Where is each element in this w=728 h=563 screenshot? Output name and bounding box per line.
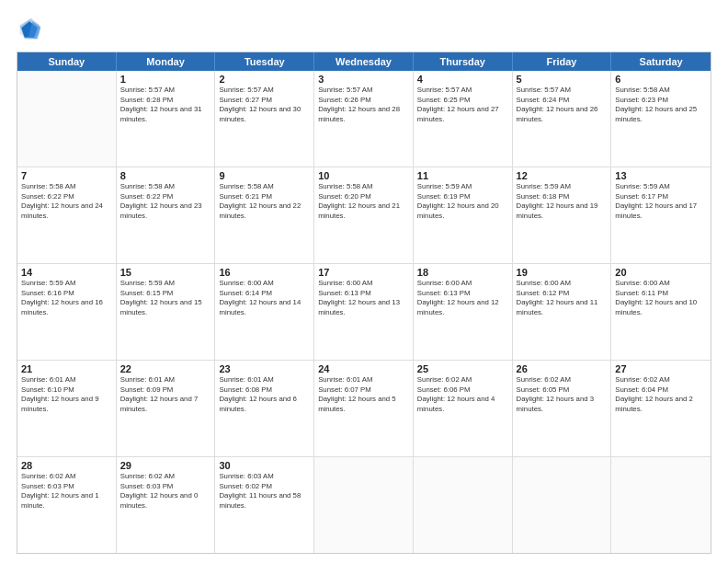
day-number: 30 — [219, 460, 310, 471]
day-info: Sunrise: 5:59 AM Sunset: 6:18 PM Dayligh… — [517, 182, 608, 221]
day-number: 8 — [120, 170, 211, 181]
calendar-cell: 11Sunrise: 5:59 AM Sunset: 6:19 PM Dayli… — [414, 167, 513, 263]
day-info: Sunrise: 5:58 AM Sunset: 6:22 PM Dayligh… — [120, 182, 211, 221]
day-info: Sunrise: 6:02 AM Sunset: 6:03 PM Dayligh… — [21, 472, 112, 511]
calendar-week-1: 1Sunrise: 5:57 AM Sunset: 6:28 PM Daylig… — [17, 71, 711, 167]
day-info: Sunrise: 6:00 AM Sunset: 6:11 PM Dayligh… — [615, 279, 707, 317]
calendar-cell: 12Sunrise: 5:59 AM Sunset: 6:18 PM Dayli… — [513, 167, 612, 263]
day-number: 2 — [219, 74, 310, 85]
day-info: Sunrise: 6:02 AM Sunset: 6:05 PM Dayligh… — [517, 375, 608, 414]
day-number: 25 — [417, 363, 508, 374]
day-info: Sunrise: 5:57 AM Sunset: 6:24 PM Dayligh… — [517, 86, 608, 124]
day-info: Sunrise: 5:58 AM Sunset: 6:23 PM Dayligh… — [615, 86, 707, 124]
day-number: 21 — [21, 363, 112, 374]
day-info: Sunrise: 6:01 AM Sunset: 6:08 PM Dayligh… — [219, 375, 310, 414]
day-number: 13 — [615, 170, 707, 181]
day-info: Sunrise: 5:58 AM Sunset: 6:21 PM Dayligh… — [219, 182, 310, 221]
header — [17, 17, 711, 42]
calendar-cell: 25Sunrise: 6:02 AM Sunset: 6:06 PM Dayli… — [414, 361, 513, 456]
day-number: 10 — [318, 170, 409, 181]
calendar-cell: 14Sunrise: 5:59 AM Sunset: 6:16 PM Dayli… — [17, 264, 117, 360]
calendar-cell: 21Sunrise: 6:01 AM Sunset: 6:10 PM Dayli… — [17, 361, 117, 456]
day-number: 12 — [517, 170, 608, 181]
day-number: 23 — [219, 363, 310, 374]
day-number: 15 — [120, 267, 211, 278]
calendar-cell — [513, 457, 612, 553]
day-number: 5 — [517, 74, 608, 85]
calendar-week-5: 28Sunrise: 6:02 AM Sunset: 6:03 PM Dayli… — [17, 457, 711, 553]
calendar-cell: 3Sunrise: 5:57 AM Sunset: 6:26 PM Daylig… — [314, 71, 414, 167]
day-number: 20 — [615, 267, 707, 278]
calendar-cell: 8Sunrise: 5:58 AM Sunset: 6:22 PM Daylig… — [117, 167, 216, 263]
day-info: Sunrise: 6:01 AM Sunset: 6:09 PM Dayligh… — [120, 375, 211, 414]
day-info: Sunrise: 6:02 AM Sunset: 6:04 PM Dayligh… — [615, 375, 707, 414]
calendar-week-2: 7Sunrise: 5:58 AM Sunset: 6:22 PM Daylig… — [17, 167, 711, 264]
day-info: Sunrise: 6:00 AM Sunset: 6:14 PM Dayligh… — [219, 279, 310, 317]
day-number: 7 — [21, 170, 112, 181]
day-number: 3 — [318, 74, 409, 85]
day-number: 11 — [417, 170, 508, 181]
calendar-cell: 22Sunrise: 6:01 AM Sunset: 6:09 PM Dayli… — [117, 361, 216, 456]
day-info: Sunrise: 5:57 AM Sunset: 6:27 PM Dayligh… — [219, 86, 310, 124]
day-number: 4 — [417, 74, 508, 85]
day-info: Sunrise: 5:59 AM Sunset: 6:15 PM Dayligh… — [120, 279, 211, 317]
calendar: SundayMondayTuesdayWednesdayThursdayFrid… — [17, 52, 711, 554]
day-number: 19 — [517, 267, 608, 278]
day-info: Sunrise: 5:59 AM Sunset: 6:19 PM Dayligh… — [417, 182, 508, 221]
day-info: Sunrise: 6:03 AM Sunset: 6:02 PM Dayligh… — [219, 472, 310, 511]
calendar-cell: 1Sunrise: 5:57 AM Sunset: 6:28 PM Daylig… — [117, 71, 216, 167]
day-info: Sunrise: 5:59 AM Sunset: 6:17 PM Dayligh… — [615, 182, 707, 221]
day-info: Sunrise: 5:58 AM Sunset: 6:22 PM Dayligh… — [21, 182, 112, 221]
calendar-cell: 19Sunrise: 6:00 AM Sunset: 6:12 PM Dayli… — [513, 264, 612, 360]
day-number: 18 — [417, 267, 508, 278]
calendar-cell: 6Sunrise: 5:58 AM Sunset: 6:23 PM Daylig… — [611, 71, 711, 167]
calendar-cell: 9Sunrise: 5:58 AM Sunset: 6:21 PM Daylig… — [215, 167, 314, 263]
day-number: 6 — [615, 74, 707, 85]
day-info: Sunrise: 6:00 AM Sunset: 6:13 PM Dayligh… — [318, 279, 409, 317]
day-info: Sunrise: 6:01 AM Sunset: 6:10 PM Dayligh… — [21, 375, 112, 414]
logo-icon — [17, 17, 42, 42]
day-info: Sunrise: 5:57 AM Sunset: 6:25 PM Dayligh… — [417, 86, 508, 124]
calendar-cell: 27Sunrise: 6:02 AM Sunset: 6:04 PM Dayli… — [611, 361, 711, 456]
logo — [17, 17, 46, 42]
page: SundayMondayTuesdayWednesdayThursdayFrid… — [0, 0, 728, 563]
calendar-cell: 2Sunrise: 5:57 AM Sunset: 6:27 PM Daylig… — [215, 71, 314, 167]
calendar-cell — [17, 71, 117, 167]
day-info: Sunrise: 5:57 AM Sunset: 6:26 PM Dayligh… — [318, 86, 409, 124]
day-of-week-tuesday: Tuesday — [215, 52, 314, 71]
day-number: 24 — [318, 363, 409, 374]
day-info: Sunrise: 5:57 AM Sunset: 6:28 PM Dayligh… — [120, 86, 211, 124]
day-info: Sunrise: 6:02 AM Sunset: 6:06 PM Dayligh… — [417, 375, 508, 414]
calendar-cell: 17Sunrise: 6:00 AM Sunset: 6:13 PM Dayli… — [314, 264, 414, 360]
calendar-cell: 24Sunrise: 6:01 AM Sunset: 6:07 PM Dayli… — [314, 361, 414, 456]
calendar-week-3: 14Sunrise: 5:59 AM Sunset: 6:16 PM Dayli… — [17, 264, 711, 361]
day-of-week-wednesday: Wednesday — [314, 52, 414, 71]
calendar-header: SundayMondayTuesdayWednesdayThursdayFrid… — [17, 52, 711, 71]
day-info: Sunrise: 5:59 AM Sunset: 6:16 PM Dayligh… — [21, 279, 112, 317]
day-info: Sunrise: 5:58 AM Sunset: 6:20 PM Dayligh… — [318, 182, 409, 221]
day-number: 16 — [219, 267, 310, 278]
day-info: Sunrise: 6:00 AM Sunset: 6:12 PM Dayligh… — [517, 279, 608, 317]
calendar-cell: 26Sunrise: 6:02 AM Sunset: 6:05 PM Dayli… — [513, 361, 612, 456]
calendar-cell: 15Sunrise: 5:59 AM Sunset: 6:15 PM Dayli… — [117, 264, 216, 360]
day-number: 1 — [120, 74, 211, 85]
calendar-week-4: 21Sunrise: 6:01 AM Sunset: 6:10 PM Dayli… — [17, 361, 711, 457]
day-info: Sunrise: 6:01 AM Sunset: 6:07 PM Dayligh… — [318, 375, 409, 414]
calendar-cell: 29Sunrise: 6:02 AM Sunset: 6:03 PM Dayli… — [117, 457, 216, 553]
calendar-cell — [414, 457, 513, 553]
day-number: 29 — [120, 460, 211, 471]
calendar-cell: 18Sunrise: 6:00 AM Sunset: 6:13 PM Dayli… — [414, 264, 513, 360]
day-number: 28 — [21, 460, 112, 471]
calendar-cell: 13Sunrise: 5:59 AM Sunset: 6:17 PM Dayli… — [611, 167, 711, 263]
day-of-week-friday: Friday — [513, 52, 612, 71]
calendar-cell: 28Sunrise: 6:02 AM Sunset: 6:03 PM Dayli… — [17, 457, 117, 553]
day-number: 14 — [21, 267, 112, 278]
calendar-cell — [314, 457, 414, 553]
calendar-cell: 10Sunrise: 5:58 AM Sunset: 6:20 PM Dayli… — [314, 167, 414, 263]
calendar-cell: 16Sunrise: 6:00 AM Sunset: 6:14 PM Dayli… — [215, 264, 314, 360]
calendar-cell: 20Sunrise: 6:00 AM Sunset: 6:11 PM Dayli… — [611, 264, 711, 360]
day-of-week-monday: Monday — [117, 52, 216, 71]
day-number: 22 — [120, 363, 211, 374]
day-number: 26 — [517, 363, 608, 374]
calendar-body: 1Sunrise: 5:57 AM Sunset: 6:28 PM Daylig… — [17, 71, 711, 553]
